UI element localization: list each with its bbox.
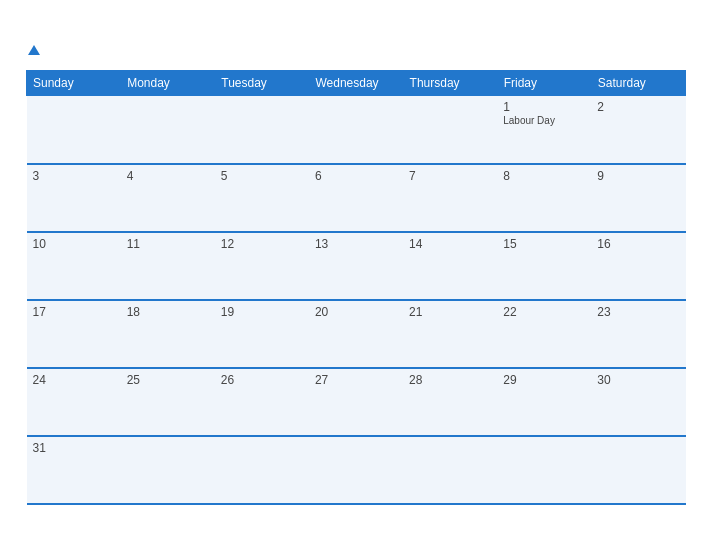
day-number: 7 [409,169,491,183]
calendar-week-row: 17181920212223 [27,300,686,368]
day-number: 1 [503,100,585,114]
weekday-header-cell: Thursday [403,71,497,96]
calendar-day-cell: 5 [215,164,309,232]
calendar-day-cell [215,436,309,504]
day-number: 23 [597,305,679,319]
logo-triangle-icon [28,45,40,55]
calendar-day-cell [309,436,403,504]
day-number: 9 [597,169,679,183]
calendar-day-cell: 10 [27,232,121,300]
day-number: 16 [597,237,679,251]
calendar-container: SundayMondayTuesdayWednesdayThursdayFrid… [11,30,701,519]
day-number: 30 [597,373,679,387]
weekday-header-cell: Friday [497,71,591,96]
day-number: 31 [33,441,115,455]
day-number: 10 [33,237,115,251]
calendar-day-cell [309,96,403,164]
calendar-day-cell: 12 [215,232,309,300]
calendar-day-cell [121,96,215,164]
calendar-day-cell: 13 [309,232,403,300]
calendar-week-row: 31 [27,436,686,504]
day-number: 22 [503,305,585,319]
weekday-header-cell: Saturday [591,71,685,96]
day-number: 17 [33,305,115,319]
day-number: 25 [127,373,209,387]
logo [26,40,40,58]
calendar-day-cell: 15 [497,232,591,300]
calendar-day-cell: 1Labour Day [497,96,591,164]
day-number: 13 [315,237,397,251]
calendar-day-cell [121,436,215,504]
calendar-grid: SundayMondayTuesdayWednesdayThursdayFrid… [26,70,686,505]
calendar-week-row: 10111213141516 [27,232,686,300]
calendar-day-cell [403,436,497,504]
day-number: 8 [503,169,585,183]
day-number: 27 [315,373,397,387]
day-number: 28 [409,373,491,387]
calendar-day-cell: 31 [27,436,121,504]
calendar-day-cell: 20 [309,300,403,368]
day-number: 20 [315,305,397,319]
calendar-header [26,40,686,58]
calendar-day-cell [403,96,497,164]
day-number: 29 [503,373,585,387]
day-number: 15 [503,237,585,251]
calendar-day-cell [27,96,121,164]
weekday-header-row: SundayMondayTuesdayWednesdayThursdayFrid… [27,71,686,96]
logo-line1 [26,40,40,58]
weekday-header-cell: Tuesday [215,71,309,96]
day-number: 21 [409,305,491,319]
calendar-day-cell: 23 [591,300,685,368]
calendar-day-cell: 21 [403,300,497,368]
calendar-day-cell: 6 [309,164,403,232]
calendar-day-cell: 4 [121,164,215,232]
day-number: 5 [221,169,303,183]
day-number: 26 [221,373,303,387]
calendar-week-row: 1Labour Day2 [27,96,686,164]
calendar-day-cell [215,96,309,164]
day-number: 24 [33,373,115,387]
weekday-header-cell: Sunday [27,71,121,96]
day-number: 14 [409,237,491,251]
day-number: 18 [127,305,209,319]
calendar-day-cell: 29 [497,368,591,436]
day-number: 2 [597,100,679,114]
calendar-day-cell: 3 [27,164,121,232]
calendar-body: 1Labour Day23456789101112131415161718192… [27,96,686,504]
calendar-day-cell [591,436,685,504]
calendar-day-cell: 9 [591,164,685,232]
calendar-day-cell: 11 [121,232,215,300]
calendar-day-cell: 19 [215,300,309,368]
calendar-day-cell: 7 [403,164,497,232]
calendar-day-cell: 26 [215,368,309,436]
calendar-day-cell [497,436,591,504]
calendar-day-cell: 17 [27,300,121,368]
day-number: 12 [221,237,303,251]
day-event: Labour Day [503,115,585,126]
calendar-day-cell: 22 [497,300,591,368]
day-number: 4 [127,169,209,183]
calendar-day-cell: 16 [591,232,685,300]
calendar-day-cell: 14 [403,232,497,300]
day-number: 3 [33,169,115,183]
calendar-day-cell: 2 [591,96,685,164]
calendar-day-cell: 25 [121,368,215,436]
calendar-week-row: 24252627282930 [27,368,686,436]
day-number: 6 [315,169,397,183]
calendar-day-cell: 30 [591,368,685,436]
calendar-day-cell: 24 [27,368,121,436]
calendar-week-row: 3456789 [27,164,686,232]
calendar-day-cell: 27 [309,368,403,436]
day-number: 11 [127,237,209,251]
calendar-day-cell: 18 [121,300,215,368]
calendar-header-row: SundayMondayTuesdayWednesdayThursdayFrid… [27,71,686,96]
calendar-day-cell: 8 [497,164,591,232]
calendar-day-cell: 28 [403,368,497,436]
weekday-header-cell: Monday [121,71,215,96]
day-number: 19 [221,305,303,319]
weekday-header-cell: Wednesday [309,71,403,96]
